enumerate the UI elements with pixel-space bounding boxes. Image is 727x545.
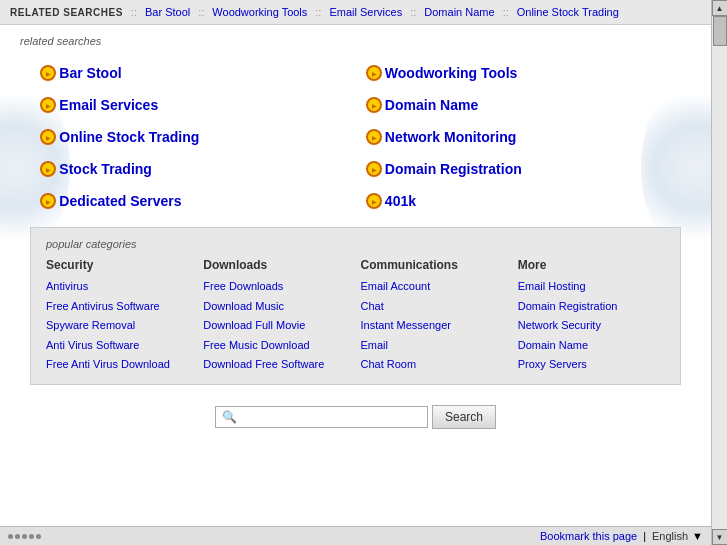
search-link-401k[interactable]: 401k [385,193,416,209]
arrow-icon [366,161,382,177]
right-scrollbar: ▲ ▼ [711,0,727,545]
search-item: Network Monitoring [356,121,682,153]
dot-4 [29,534,34,539]
separator: | [643,530,646,542]
category-link[interactable]: Domain Name [518,337,665,355]
category-downloads-header: Downloads [203,258,350,272]
category-link[interactable]: Free Antivirus Software [46,298,193,316]
category-link[interactable]: Domain Registration [518,298,665,316]
arrow-icon [366,193,382,209]
search-item: 401k [356,185,682,217]
dot-2 [15,534,20,539]
lang-dropdown-arrow: ▼ [692,530,703,542]
main-content: related searches Bar Stool Woodworking T… [0,25,711,526]
categories-grid: Security Antivirus Free Antivirus Softwa… [46,258,665,374]
dot-3 [22,534,27,539]
separator-1: :: [131,6,137,18]
search-link-email-services[interactable]: Email Services [59,97,158,113]
lang-label: English [652,530,688,542]
search-item: Stock Trading [30,153,356,185]
arrow-icon [40,161,56,177]
search-item: Woodworking Tools [356,57,682,89]
search-link-domain-registration[interactable]: Domain Registration [385,161,522,177]
category-link[interactable]: Instant Messenger [361,317,508,335]
scroll-track[interactable] [712,16,728,529]
scroll-down-arrow[interactable]: ▼ [712,529,728,545]
category-link[interactable]: Spyware Removal [46,317,193,335]
search-item: Domain Name [356,89,682,121]
category-link[interactable]: Free Downloads [203,278,350,296]
separator-4: :: [410,6,416,18]
category-link[interactable]: Chat [361,298,508,316]
popular-categories-section: popular categories Security Antivirus Fr… [30,227,681,385]
topnav-link-2[interactable]: Woodworking Tools [212,6,307,18]
related-searches-title: related searches [20,35,691,47]
arrow-icon [366,97,382,113]
search-icon: 🔍 [222,410,237,424]
search-link-stock-trading[interactable]: Stock Trading [59,161,152,177]
category-communications-header: Communications [361,258,508,272]
arrow-icon [40,65,56,81]
category-security-column: Security Antivirus Free Antivirus Softwa… [46,258,193,374]
arrow-icon [40,193,56,209]
category-communications-column: Communications Email Account Chat Instan… [361,258,508,374]
category-security-header: Security [46,258,193,272]
top-nav: RELATED SEARCHES :: Bar Stool :: Woodwor… [0,0,711,25]
separator-2: :: [198,6,204,18]
search-link-domain-name[interactable]: Domain Name [385,97,478,113]
search-button[interactable]: Search [432,405,496,429]
category-link[interactable]: Email Account [361,278,508,296]
topnav-link-1[interactable]: Bar Stool [145,6,190,18]
search-link-online-stock-trading[interactable]: Online Stock Trading [59,129,199,145]
search-item: Bar Stool [30,57,356,89]
category-link[interactable]: Email Hosting [518,278,665,296]
category-link[interactable]: Free Music Download [203,337,350,355]
search-item: Email Services [30,89,356,121]
bottom-dots [8,534,41,539]
search-link-network-monitoring[interactable]: Network Monitoring [385,129,516,145]
search-link-bar-stool[interactable]: Bar Stool [59,65,121,81]
arrow-icon [366,129,382,145]
search-item: Dedicated Servers [30,185,356,217]
related-searches-label: RELATED SEARCHES [10,7,123,18]
category-link[interactable]: Anti Virus Software [46,337,193,355]
search-input-wrapper: 🔍 [215,406,428,428]
lang-selector[interactable]: English ▼ [652,530,703,542]
bottom-bar-left [8,534,41,539]
arrow-icon [366,65,382,81]
search-item: Domain Registration [356,153,682,185]
category-link[interactable]: Chat Room [361,356,508,374]
arrow-icon [40,97,56,113]
scroll-up-arrow[interactable]: ▲ [712,0,728,16]
search-input[interactable] [241,410,421,424]
topnav-link-4[interactable]: Domain Name [424,6,494,18]
bottom-bar: Bookmark this page | English ▼ [0,526,711,545]
category-downloads-column: Downloads Free Downloads Download Music … [203,258,350,374]
category-link[interactable]: Email [361,337,508,355]
dot-1 [8,534,13,539]
category-link[interactable]: Antivirus [46,278,193,296]
category-link[interactable]: Free Anti Virus Download [46,356,193,374]
scroll-thumb[interactable] [713,16,727,46]
popular-title: popular categories [46,238,665,250]
separator-5: :: [503,6,509,18]
search-bar-area: 🔍 Search [20,395,691,439]
category-link[interactable]: Download Full Movie [203,317,350,335]
category-link[interactable]: Network Security [518,317,665,335]
arrow-icon [40,129,56,145]
topnav-link-5[interactable]: Online Stock Trading [517,6,619,18]
search-grid: Bar Stool Woodworking Tools Email Servic… [30,57,681,217]
search-link-woodworking-tools[interactable]: Woodworking Tools [385,65,517,81]
search-item: Online Stock Trading [30,121,356,153]
bookmark-link[interactable]: Bookmark this page [540,530,637,542]
separator-3: :: [315,6,321,18]
category-more-header: More [518,258,665,272]
category-link[interactable]: Download Music [203,298,350,316]
search-link-dedicated-servers[interactable]: Dedicated Servers [59,193,181,209]
topnav-link-3[interactable]: Email Services [329,6,402,18]
category-more-column: More Email Hosting Domain Registration N… [518,258,665,374]
dot-5 [36,534,41,539]
category-link[interactable]: Proxy Servers [518,356,665,374]
category-link[interactable]: Download Free Software [203,356,350,374]
